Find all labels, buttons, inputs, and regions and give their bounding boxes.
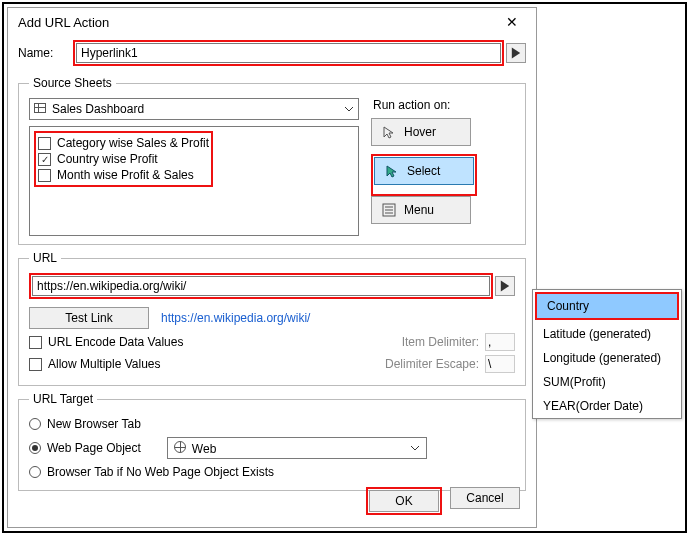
popup-item[interactable]: SUM(Profit): [533, 370, 681, 394]
chevron-down-icon: [410, 445, 420, 451]
dashboard-select[interactable]: Sales Dashboard: [29, 98, 359, 120]
list-item[interactable]: Month wise Profit & Sales: [38, 167, 209, 183]
menu-icon: [382, 203, 396, 217]
popup-item[interactable]: Latitude (generated): [533, 322, 681, 346]
close-icon[interactable]: ✕: [498, 14, 526, 30]
add-url-action-dialog: Add URL Action ✕ Name: Source Sheets Sal…: [7, 7, 537, 528]
checkbox-icon: [38, 169, 51, 182]
popup-item[interactable]: YEAR(Order Date): [533, 394, 681, 418]
select-button[interactable]: Select: [374, 157, 474, 185]
url-group: URL Test Link https://en.wikipedia.org/w…: [18, 251, 526, 386]
popup-item-country[interactable]: Country: [537, 294, 677, 318]
delimiter-escape-input[interactable]: [485, 355, 515, 373]
source-sheets-legend: Source Sheets: [29, 76, 116, 90]
globe-icon: [174, 441, 186, 453]
test-link-button[interactable]: Test Link: [29, 307, 149, 329]
target-new-tab-radio[interactable]: New Browser Tab: [29, 414, 515, 434]
ok-button[interactable]: OK: [369, 490, 439, 512]
hover-button[interactable]: Hover: [371, 118, 471, 146]
url-target-group: URL Target New Browser Tab Web Page Obje…: [18, 392, 526, 491]
item-delimiter-label: Item Delimiter:: [402, 335, 479, 349]
url-encode-checkbox[interactable]: URL Encode Data Values: [29, 334, 183, 350]
name-input[interactable]: [76, 43, 501, 63]
url-fields-button[interactable]: [495, 276, 515, 296]
checkbox-icon: ✓: [38, 153, 51, 166]
allow-multiple-checkbox[interactable]: Allow Multiple Values: [29, 356, 161, 372]
chevron-down-icon: [344, 106, 354, 112]
web-object-select[interactable]: Web: [167, 437, 427, 459]
item-delimiter-input[interactable]: [485, 333, 515, 351]
checkbox-icon: [38, 137, 51, 150]
popup-item[interactable]: Longitude (generated): [533, 346, 681, 370]
name-menu-button[interactable]: [506, 43, 526, 63]
delimiter-escape-label: Delimiter Escape:: [385, 357, 479, 371]
select-cursor-icon: [385, 164, 399, 178]
name-label: Name:: [18, 46, 73, 60]
url-preview-link[interactable]: https://en.wikipedia.org/wiki/: [161, 311, 310, 325]
source-sheets-group: Source Sheets Sales Dashboard Category w…: [18, 76, 526, 245]
url-input[interactable]: [32, 276, 490, 296]
list-item[interactable]: Category wise Sales & Profit: [38, 135, 209, 151]
cancel-button[interactable]: Cancel: [450, 487, 520, 509]
target-web-object-radio[interactable]: Web Page Object Web: [29, 434, 515, 462]
dashboard-icon: [34, 103, 46, 113]
field-picker-popup: Country Latitude (generated) Longitude (…: [532, 289, 682, 419]
cursor-icon: [382, 125, 396, 139]
sheets-listbox[interactable]: Category wise Sales & Profit ✓Country wi…: [29, 126, 359, 236]
url-target-legend: URL Target: [29, 392, 97, 406]
caret-right-icon: [498, 279, 512, 293]
dialog-title: Add URL Action: [18, 15, 109, 30]
menu-button[interactable]: Menu: [371, 196, 471, 224]
list-item[interactable]: ✓Country wise Profit: [38, 151, 209, 167]
run-on-label: Run action on:: [371, 98, 515, 112]
caret-right-icon: [509, 46, 523, 60]
url-legend: URL: [29, 251, 61, 265]
